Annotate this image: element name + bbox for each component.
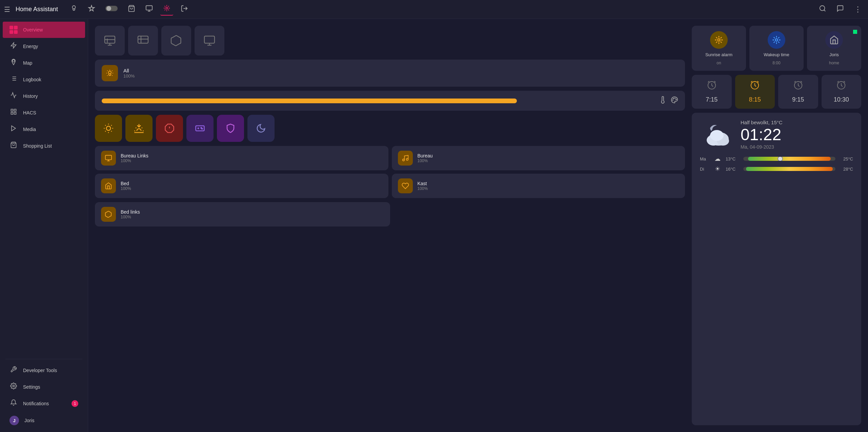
chat-icon[interactable] bbox=[834, 3, 847, 15]
sidebar-label-map: Map bbox=[23, 60, 32, 66]
brightness-slider[interactable] bbox=[102, 99, 517, 103]
svg-marker-11 bbox=[11, 43, 16, 48]
palette-icon[interactable] bbox=[671, 96, 678, 105]
scene-btn-2[interactable] bbox=[128, 26, 158, 56]
sidebar-item-developer[interactable]: Developer Tools bbox=[3, 362, 85, 379]
settings-icon bbox=[9, 383, 18, 391]
nav-bulb-icon[interactable] bbox=[67, 3, 80, 15]
all-light-info: All 100% bbox=[123, 68, 135, 79]
forecast-high-ma: 25°C bbox=[839, 156, 853, 161]
sunrise-alarm-card[interactable]: Sunrise alarm on bbox=[692, 26, 746, 71]
app-title: Home Assistant bbox=[16, 6, 58, 13]
scene-button-row bbox=[95, 26, 685, 56]
sunrise-alarm-name: Sunrise alarm bbox=[705, 52, 732, 57]
svg-point-40 bbox=[676, 99, 677, 100]
alarm-715-icon bbox=[707, 80, 717, 93]
bed-name: Bed bbox=[121, 181, 131, 186]
search-icon[interactable] bbox=[816, 3, 829, 15]
forecast-bar-di bbox=[743, 167, 835, 171]
kast-card[interactable]: Kast 100% bbox=[392, 174, 685, 198]
relax-scene-btn[interactable] bbox=[217, 115, 244, 142]
weather-forecast: Ma ☁ 13°C 25°C Di ☀ 16°C bbox=[700, 155, 853, 173]
alarm-715[interactable]: 7:15 bbox=[692, 75, 732, 109]
sidebar-item-settings[interactable]: Settings bbox=[3, 379, 85, 395]
wakeup-name: Wakeup time bbox=[764, 52, 789, 57]
morning-scene-btn[interactable] bbox=[95, 115, 122, 142]
forecast-day-di: Di bbox=[700, 167, 709, 172]
bureau-links-card[interactable]: Bureau Links 100% bbox=[95, 146, 388, 170]
sunrise-scene-btn[interactable] bbox=[125, 115, 153, 142]
sunrise-alarm-icon bbox=[710, 31, 728, 49]
bureau-card[interactable]: Bureau 100% bbox=[392, 146, 685, 170]
svg-point-25 bbox=[13, 385, 15, 387]
nav-toggle-icon[interactable] bbox=[103, 3, 120, 15]
sidebar-item-user[interactable]: J Joris bbox=[3, 412, 85, 429]
nav-automation-icon[interactable] bbox=[85, 3, 98, 15]
joris-card[interactable]: Joris home bbox=[807, 26, 861, 71]
sidebar-item-history[interactable]: History bbox=[3, 88, 85, 104]
wakeup-status: 8:00 bbox=[772, 61, 780, 65]
weather-time: 01:22 bbox=[741, 127, 783, 143]
sidebar-item-shopping[interactable]: Shopping List bbox=[3, 137, 85, 154]
svg-point-39 bbox=[674, 98, 675, 99]
presence-dot bbox=[853, 30, 857, 34]
sidebar-item-map[interactable]: Map bbox=[3, 55, 85, 71]
thermometer-icon[interactable] bbox=[659, 96, 667, 105]
svg-point-57 bbox=[202, 128, 203, 129]
wakeup-card[interactable]: Wakeup time 8:00 bbox=[749, 26, 804, 71]
sidebar-label-shopping: Shopping List bbox=[23, 143, 52, 149]
svg-point-62 bbox=[775, 39, 778, 41]
sidebar-item-logbook[interactable]: Logbook bbox=[3, 71, 85, 88]
scene-btn-4[interactable] bbox=[195, 26, 224, 56]
sidebar-item-notifications[interactable]: Notifications 1 bbox=[3, 395, 85, 412]
bed-value: 100% bbox=[121, 186, 131, 191]
sidebar-item-energy[interactable]: Energy bbox=[3, 38, 85, 55]
scene-btn-3[interactable] bbox=[161, 26, 191, 56]
all-light-card[interactable]: All 100% bbox=[95, 60, 685, 87]
sidebar-item-overview[interactable]: Overview bbox=[3, 22, 85, 38]
svg-point-31 bbox=[108, 71, 111, 74]
nav-hub-icon[interactable] bbox=[160, 3, 173, 16]
alarm-815-icon bbox=[750, 80, 760, 93]
energy-icon bbox=[9, 42, 18, 50]
alarm-915-icon bbox=[793, 80, 803, 93]
alarm-scene-btn[interactable] bbox=[156, 115, 183, 142]
alarm-915[interactable]: 9:15 bbox=[778, 75, 818, 109]
sunrise-alarm-status: on bbox=[716, 61, 721, 65]
bureau-value: 100% bbox=[418, 158, 433, 163]
user-avatar: J bbox=[9, 416, 19, 425]
svg-point-60 bbox=[406, 158, 408, 160]
bed-links-card[interactable]: Bed links 100% bbox=[95, 202, 390, 226]
nav-exit-icon[interactable] bbox=[178, 3, 191, 15]
sidebar-label-user: Joris bbox=[24, 418, 35, 423]
nav-cart-icon[interactable] bbox=[125, 3, 138, 15]
more-icon[interactable]: ⋮ bbox=[851, 4, 864, 15]
forecast-low-ma: 13°C bbox=[726, 156, 740, 161]
developer-icon bbox=[9, 366, 18, 374]
right-icons: ⋮ bbox=[816, 3, 864, 15]
bed-card[interactable]: Bed 100% bbox=[95, 174, 388, 198]
svg-line-33 bbox=[107, 70, 107, 71]
left-column: All 100% bbox=[95, 26, 685, 425]
svg-rect-20 bbox=[14, 109, 16, 111]
joris-name: Joris bbox=[829, 52, 839, 57]
alarm-815[interactable]: 8:15 bbox=[735, 75, 775, 109]
menu-icon[interactable]: ☰ bbox=[4, 5, 10, 14]
svg-point-41 bbox=[673, 98, 674, 99]
scene-btn-1[interactable] bbox=[95, 26, 125, 56]
notifications-icon bbox=[9, 399, 18, 408]
alarm-1030[interactable]: 10:30 bbox=[822, 75, 862, 109]
alarm-top-row: Sunrise alarm on Wakeup time 8:00 Joris bbox=[692, 26, 861, 71]
moon-scene-btn[interactable] bbox=[247, 115, 275, 142]
sidebar-label-energy: Energy bbox=[23, 44, 38, 49]
nav-icons bbox=[67, 3, 813, 16]
nav-display-icon[interactable] bbox=[143, 3, 156, 15]
forecast-row-di: Di ☀ 16°C 28°C bbox=[700, 165, 853, 173]
svg-point-0 bbox=[72, 6, 75, 9]
game-scene-btn[interactable] bbox=[186, 115, 214, 142]
sidebar-item-media[interactable]: Media bbox=[3, 121, 85, 137]
kast-value: 100% bbox=[418, 186, 428, 191]
svg-line-10 bbox=[824, 10, 825, 11]
top-nav: ☰ Home Assistant bbox=[0, 0, 868, 19]
sidebar-item-hacs[interactable]: HACS bbox=[3, 104, 85, 121]
